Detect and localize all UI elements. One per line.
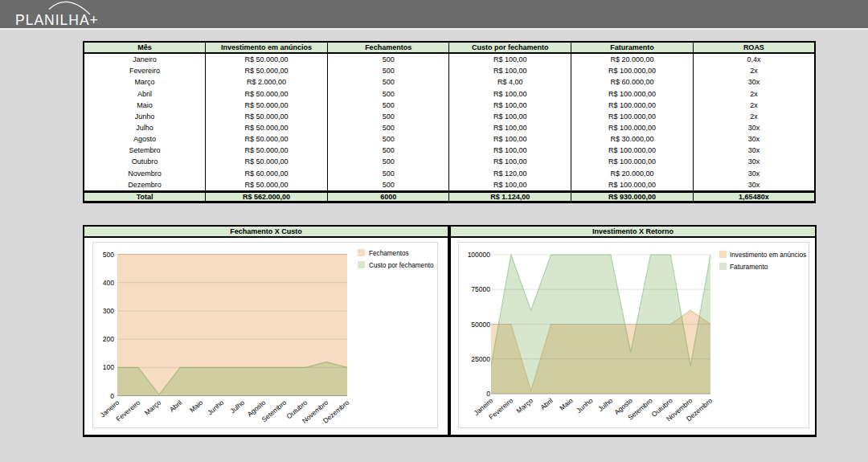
svg-text:50000: 50000 bbox=[471, 321, 490, 329]
svg-text:300: 300 bbox=[103, 307, 114, 315]
svg-text:Fechamentos: Fechamentos bbox=[369, 250, 409, 257]
svg-text:200: 200 bbox=[103, 335, 114, 343]
svg-text:25000: 25000 bbox=[471, 355, 490, 363]
svg-text:0: 0 bbox=[110, 392, 114, 400]
svg-text:PLANILHA+: PLANILHA+ bbox=[15, 12, 99, 28]
svg-text:Investimento em anúncios: Investimento em anúncios bbox=[730, 251, 806, 259]
svg-text:100: 100 bbox=[103, 363, 114, 371]
svg-text:400: 400 bbox=[103, 279, 114, 287]
svg-text:100000: 100000 bbox=[468, 251, 491, 259]
svg-text:500: 500 bbox=[103, 251, 114, 259]
svg-text:Custo por fechamento: Custo por fechamento bbox=[369, 262, 434, 269]
svg-text:75000: 75000 bbox=[471, 285, 490, 293]
svg-text:Faturamento: Faturamento bbox=[730, 263, 768, 271]
